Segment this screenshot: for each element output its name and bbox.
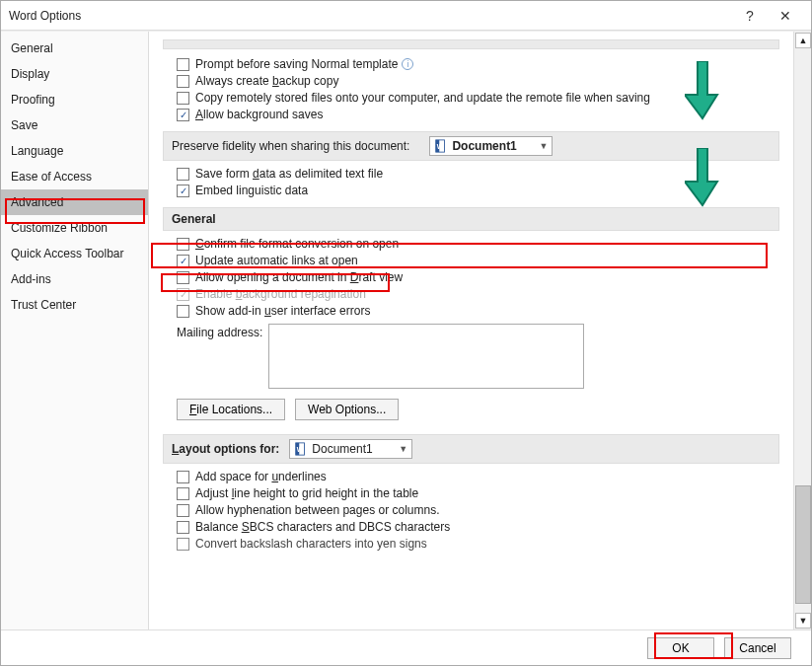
checkbox-icon[interactable] <box>177 92 189 105</box>
section-layout-options: Layout options for: W Document1 ▼ <box>163 434 779 464</box>
checkbox-icon[interactable] <box>177 521 189 534</box>
checkbox-icon <box>177 288 189 301</box>
dialog-footer: OK Cancel <box>1 629 811 665</box>
sidebar-item-save[interactable]: Save <box>1 112 148 138</box>
check-label: Confirm file format conversion on open <box>195 237 399 251</box>
checkbox-icon[interactable] <box>177 255 189 267</box>
checkbox-icon[interactable] <box>177 238 189 251</box>
checkbox-icon[interactable] <box>177 504 189 517</box>
sidebar-item-add-ins[interactable]: Add-ins <box>1 266 148 292</box>
word-doc-icon: W <box>434 139 448 153</box>
check-confirm-conversion[interactable]: Confirm file format conversion on open <box>177 237 779 251</box>
check-label: Update automatic links at open <box>195 254 358 267</box>
section-general: General <box>163 207 779 231</box>
close-button[interactable]: ✕ <box>768 8 803 24</box>
scroll-content: Prompt before saving Normal template i A… <box>149 32 793 629</box>
file-locations-button[interactable]: File File Locations...Locations... <box>177 399 285 420</box>
check-label: Always create backup copy <box>195 74 338 88</box>
mailing-label: Mailing address: <box>177 324 262 389</box>
checkbox-icon[interactable] <box>177 538 189 551</box>
checkbox-icon[interactable] <box>177 185 189 197</box>
scroll-down-button[interactable]: ▼ <box>795 613 811 629</box>
checkbox-icon[interactable] <box>177 271 189 284</box>
cancel-button[interactable]: Cancel <box>724 637 791 659</box>
check-backup-copy[interactable]: Always create backup copy <box>177 74 779 88</box>
sidebar-item-proofing[interactable]: Proofing <box>1 87 148 112</box>
check-label: Allow hyphenation between pages or colum… <box>195 503 440 517</box>
mailing-address-input[interactable] <box>268 324 584 389</box>
check-label: Allow background saves <box>195 108 323 121</box>
check-update-links[interactable]: Update automatic links at open <box>177 254 779 267</box>
section-header: Preserve fidelity when sharing this docu… <box>172 139 409 153</box>
check-label: Embed linguistic data <box>195 184 308 197</box>
dialog-title: Word Options <box>9 9 732 23</box>
checkbox-icon[interactable] <box>177 109 189 121</box>
check-label: Adjust line height to grid height in the… <box>195 486 418 500</box>
check-space-underlines[interactable]: Add space for underlines <box>177 470 779 483</box>
checkbox-icon[interactable] <box>177 168 189 181</box>
check-label: Balance SBCS characters and DBCS charact… <box>195 520 450 534</box>
check-label: Enable background repagination <box>195 287 366 301</box>
sidebar-item-advanced[interactable]: Advanced <box>1 189 148 215</box>
sidebar: General Display Proofing Save Language E… <box>1 32 149 629</box>
check-label: Show add-in user interface errors <box>195 304 370 318</box>
layout-document-dropdown[interactable]: W Document1 ▼ <box>289 439 412 459</box>
check-label: Prompt before saving Normal template <box>195 57 398 71</box>
section-header: General <box>172 212 216 226</box>
check-label: Allow opening a document in Draft view <box>195 270 403 284</box>
mailing-address-row: Mailing address: <box>177 324 779 389</box>
web-options-button[interactable]: Web Options... <box>295 399 399 420</box>
sidebar-item-language[interactable]: Language <box>1 138 148 164</box>
dialog-body: General Display Proofing Save Language E… <box>1 31 811 629</box>
sidebar-item-general[interactable]: General <box>1 36 148 61</box>
scroll-thumb[interactable] <box>795 485 811 604</box>
checkbox-icon[interactable] <box>177 58 189 71</box>
check-label: Save form data as delimited text file <box>195 167 383 181</box>
section-header: Layout options for: <box>172 442 279 456</box>
fidelity-document-dropdown[interactable]: W Document1 ▼ <box>429 136 553 156</box>
sidebar-item-trust-center[interactable]: Trust Center <box>1 292 148 318</box>
prev-section-bar <box>163 39 779 49</box>
check-background-saves[interactable]: Allow background saves <box>177 108 779 121</box>
check-label: Add space for underlines <box>195 470 327 483</box>
scrollbar[interactable]: ▲ ▼ <box>793 32 811 629</box>
ok-button[interactable]: OK <box>647 637 714 659</box>
chevron-down-icon: ▼ <box>399 444 407 454</box>
check-embed-linguistic[interactable]: Embed linguistic data <box>177 184 779 197</box>
check-background-repagination: Enable background repagination <box>177 287 779 301</box>
check-allow-hyphenation[interactable]: Allow hyphenation between pages or colum… <box>177 503 779 517</box>
chevron-down-icon: ▼ <box>539 141 548 151</box>
checkbox-icon[interactable] <box>177 487 189 500</box>
check-copy-remote[interactable]: Copy remotely stored files onto your com… <box>177 91 779 105</box>
svg-text:W: W <box>297 446 304 453</box>
content-area: Prompt before saving Normal template i A… <box>149 32 811 629</box>
general-buttons: File File Locations...Locations... Web O… <box>177 399 779 420</box>
checkbox-icon[interactable] <box>177 305 189 318</box>
check-save-form-data[interactable]: Save form data as delimited text file <box>177 167 779 181</box>
word-doc-icon: W <box>294 442 308 456</box>
help-button[interactable]: ? <box>732 8 768 24</box>
check-line-height-grid[interactable]: Adjust line height to grid height in the… <box>177 486 779 500</box>
scroll-up-button[interactable]: ▲ <box>795 33 811 48</box>
checkbox-icon[interactable] <box>177 471 189 483</box>
check-draft-view[interactable]: Allow opening a document in Draft view <box>177 270 779 284</box>
sidebar-item-ease-of-access[interactable]: Ease of Access <box>1 164 148 189</box>
check-prompt-normal[interactable]: Prompt before saving Normal template i <box>177 57 779 71</box>
sidebar-item-customize-ribbon[interactable]: Customize Ribbon <box>1 215 148 241</box>
word-options-dialog: Word Options ? ✕ General Display Proofin… <box>0 0 812 666</box>
checkbox-icon[interactable] <box>177 75 189 88</box>
dropdown-text: Document1 <box>312 442 391 456</box>
check-addin-errors[interactable]: Show add-in user interface errors <box>177 304 779 318</box>
sidebar-item-display[interactable]: Display <box>1 61 148 87</box>
titlebar: Word Options ? ✕ <box>1 1 811 31</box>
check-balance-sbcs[interactable]: Balance SBCS characters and DBCS charact… <box>177 520 779 534</box>
section-preserve-fidelity: Preserve fidelity when sharing this docu… <box>163 131 779 161</box>
info-icon[interactable]: i <box>402 58 413 70</box>
check-label: Copy remotely stored files onto your com… <box>195 91 650 105</box>
check-convert-backslash[interactable]: Convert backslash characters into yen si… <box>177 537 779 551</box>
dropdown-text: Document1 <box>452 139 531 153</box>
svg-text:W: W <box>437 143 444 150</box>
check-label: Convert backslash characters into yen si… <box>195 537 427 551</box>
sidebar-item-quick-access-toolbar[interactable]: Quick Access Toolbar <box>1 241 148 266</box>
